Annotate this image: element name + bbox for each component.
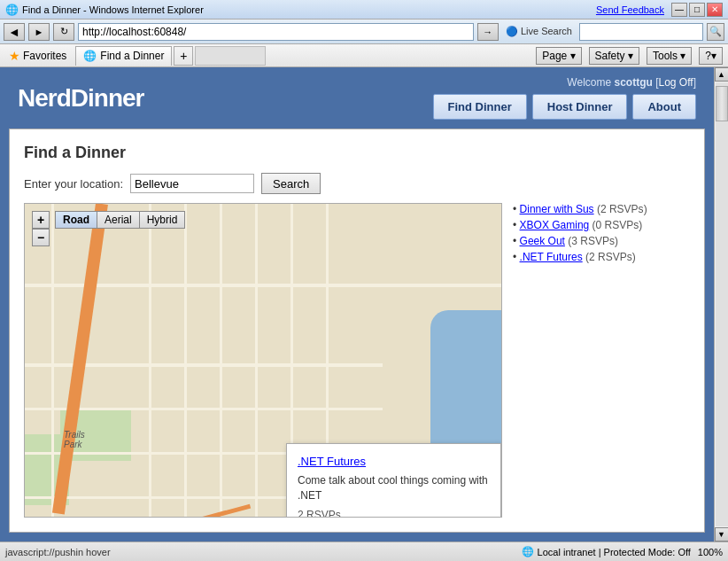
road-v3 xyxy=(184,204,187,517)
zone-icon: 🌐 xyxy=(522,546,534,557)
results-list: Dinner with Sus (2 RSVPs) XBOX Gaming (0… xyxy=(513,203,690,263)
status-bar: javascript://pushin hover 🌐 Local intran… xyxy=(0,542,728,561)
result-item-2: Geek Out (3 RSVPs) xyxy=(513,235,690,247)
scroll-up-button[interactable]: ▲ xyxy=(715,67,729,82)
logoff-link[interactable]: Log Off xyxy=(659,76,693,89)
new-tab-button[interactable]: + xyxy=(174,46,193,66)
road-v2 xyxy=(149,204,151,517)
tab-placeholder xyxy=(195,46,266,66)
tab-area: 🌐 Find a Dinner + xyxy=(75,46,531,66)
map-type-hybrid[interactable]: Hybrid xyxy=(139,211,186,229)
trails-park-label: TrailsPark xyxy=(64,430,85,449)
minimize-button[interactable]: — xyxy=(671,3,687,17)
road-v5 xyxy=(255,204,258,517)
live-search-label: 🔵 Live Search xyxy=(502,26,576,37)
host-dinner-nav-button[interactable]: Host Dinner xyxy=(532,94,628,120)
live-search-go[interactable]: 🔍 xyxy=(707,23,724,41)
result-item-1: XBOX Gaming (0 RSVPs) xyxy=(513,219,690,231)
map-container[interactable]: 520 TrailsPark MicrosoftVirtual Earth™ ©… xyxy=(24,203,502,518)
popup-description: Come talk about cool things coming with … xyxy=(298,473,490,503)
toolbar-right: Page ▾ Safety ▾ Tools ▾ ?▾ xyxy=(536,47,723,65)
go-button[interactable]: → xyxy=(477,23,499,41)
title-bar: 🌐 Find a Dinner - Windows Internet Explo… xyxy=(0,0,728,19)
rsvp-count-1: (0 RSVPs) xyxy=(592,219,643,231)
map-and-results: 520 TrailsPark MicrosoftVirtual Earth™ ©… xyxy=(24,203,690,518)
favorites-button[interactable]: ★ Favorites xyxy=(5,47,70,65)
rsvp-count-3: (2 RSVPs) xyxy=(585,251,636,263)
scroll-down-button[interactable]: ▼ xyxy=(715,527,729,542)
road-v1 xyxy=(51,204,54,517)
result-link-2[interactable]: Geek Out xyxy=(520,235,565,247)
refresh-button[interactable]: ↻ xyxy=(53,23,74,41)
location-label: Enter your location: xyxy=(24,177,123,191)
address-bar: ◄ ► ↻ → 🔵 Live Search 🔍 xyxy=(0,19,728,44)
maximize-button[interactable]: □ xyxy=(689,3,705,17)
site-header-right: Welcome scottgu [Log Off] Find Dinner Ho… xyxy=(433,76,696,120)
page-title: Find a Dinner xyxy=(24,144,690,162)
status-zone: 🌐 Local intranet | Protected Mode: Off xyxy=(522,546,691,557)
toolbar-bar: ★ Favorites 🌐 Find a Dinner + Page ▾ Saf… xyxy=(0,44,728,67)
tab-find-dinner[interactable]: 🌐 Find a Dinner xyxy=(75,46,172,66)
welcome-text: Welcome scottgu [Log Off] xyxy=(567,76,696,89)
result-link-0[interactable]: Dinner with Sus xyxy=(520,203,594,215)
status-text: javascript://pushin hover xyxy=(5,547,515,557)
close-button[interactable]: ✕ xyxy=(707,3,723,17)
page-content: NerdDinner Welcome scottgu [Log Off] Fin… xyxy=(0,67,714,542)
tools-menu[interactable]: Tools ▾ xyxy=(647,47,692,65)
scrollbar[interactable]: ▲ ▼ xyxy=(714,67,728,542)
page-menu[interactable]: Page ▾ xyxy=(536,47,581,65)
zoom-out-button[interactable]: − xyxy=(32,229,50,246)
results-sidebar: Dinner with Sus (2 RSVPs) XBOX Gaming (0… xyxy=(513,203,690,518)
forward-button[interactable]: ► xyxy=(28,23,50,41)
main-wrapper: NerdDinner Welcome scottgu [Log Off] Fin… xyxy=(0,67,728,542)
star-icon: ★ xyxy=(9,49,20,63)
scrollbar-thumb[interactable] xyxy=(716,86,728,121)
map-background: 520 TrailsPark MicrosoftVirtual Earth™ ©… xyxy=(25,204,501,517)
separator2: ] xyxy=(693,76,696,89)
location-row: Enter your location: Search xyxy=(24,173,690,194)
zone-text: Local intranet | Protected Mode: Off xyxy=(538,547,691,557)
site-logo: NerdDinner xyxy=(18,84,143,113)
about-nav-button[interactable]: About xyxy=(632,94,696,120)
tab-label: Find a Dinner xyxy=(100,50,164,62)
back-button[interactable]: ◄ xyxy=(4,23,25,41)
result-link-3[interactable]: .NET Futures xyxy=(520,251,583,263)
username: scottgu xyxy=(614,76,652,89)
window-controls: — □ ✕ xyxy=(671,3,723,17)
popup-rsvp: 2 RSVPs xyxy=(298,509,490,518)
help-menu[interactable]: ?▾ xyxy=(699,47,723,65)
rsvp-count-2: (3 RSVPs) xyxy=(568,235,618,247)
popup-title[interactable]: .NET Futures xyxy=(298,455,490,468)
result-link-1[interactable]: XBOX Gaming xyxy=(520,219,590,231)
send-feedback-link[interactable]: Send Feedback xyxy=(596,4,664,15)
safety-menu[interactable]: Safety ▾ xyxy=(589,47,639,65)
highway-road xyxy=(52,203,108,515)
result-item-0: Dinner with Sus (2 RSVPs) xyxy=(513,203,690,215)
address-input[interactable] xyxy=(78,23,474,41)
map-type-aerial[interactable]: Aerial xyxy=(97,211,139,229)
rsvp-count-0: (2 RSVPs) xyxy=(597,203,647,215)
result-item-3: .NET Futures (2 RSVPs) xyxy=(513,251,690,263)
tab-icon: 🌐 xyxy=(83,50,97,62)
scrollbar-track[interactable] xyxy=(716,82,728,526)
favorites-label: Favorites xyxy=(23,50,66,62)
find-dinner-nav-button[interactable]: Find Dinner xyxy=(433,94,527,120)
map-controls: + − xyxy=(32,211,50,246)
road-v4 xyxy=(220,204,222,517)
map-type-road[interactable]: Road xyxy=(55,211,97,229)
live-search-input[interactable] xyxy=(579,23,703,41)
zoom-in-button[interactable]: + xyxy=(32,211,50,229)
site-main: Find a Dinner Enter your location: Searc… xyxy=(9,129,705,533)
zoom-level: 100% xyxy=(698,547,723,557)
search-button[interactable]: Search xyxy=(261,173,321,194)
map-type-buttons: Road Aerial Hybrid xyxy=(55,211,185,229)
site-wrapper: NerdDinner Welcome scottgu [Log Off] Fin… xyxy=(0,67,714,542)
map-popup: .NET Futures Come talk about cool things… xyxy=(286,443,501,518)
location-input[interactable] xyxy=(130,174,254,193)
ie-icon: 🌐 xyxy=(5,4,19,16)
site-header: NerdDinner Welcome scottgu [Log Off] Fin… xyxy=(0,67,714,129)
window-title: Find a Dinner - Windows Internet Explore… xyxy=(22,4,596,15)
diagonal-road xyxy=(112,504,251,518)
nav-buttons: Find Dinner Host Dinner About xyxy=(433,94,696,120)
welcome-prefix: Welcome xyxy=(567,76,614,89)
